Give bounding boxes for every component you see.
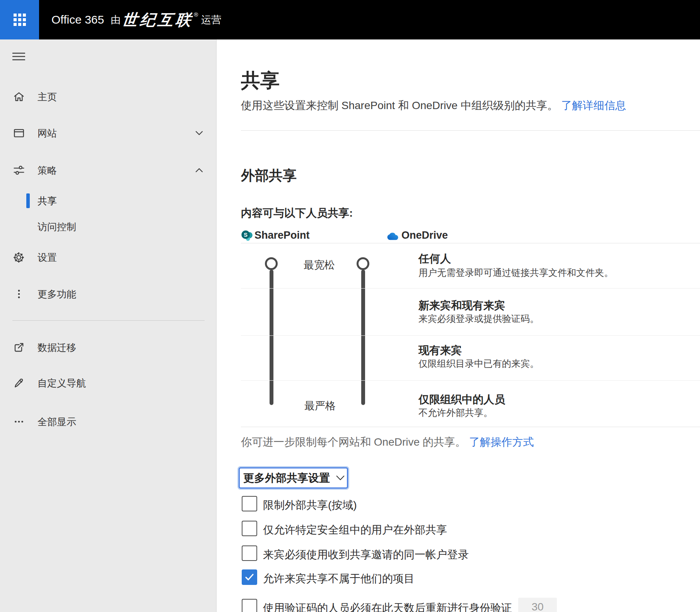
- svg-text:S: S: [244, 232, 248, 238]
- sidebar-divider: [12, 320, 205, 321]
- waffle-icon: [14, 14, 26, 26]
- per-site-note: 你可进一步限制每个网站和 OneDrive 的共享。 了解操作方式: [241, 435, 534, 450]
- page-title: 共享: [241, 70, 280, 92]
- sidebar-item-sharing[interactable]: 共享: [0, 191, 216, 211]
- onedrive-icon: [387, 232, 400, 242]
- content-shareable-label: 内容可与以下人员共享:: [241, 206, 353, 221]
- level-row-divider: [241, 288, 700, 289]
- sidebar-item-more-features[interactable]: 更多功能: [0, 284, 216, 304]
- more-external-sharing-settings-expander[interactable]: 更多外部共享设置: [239, 467, 348, 489]
- brand-connector: 由: [111, 13, 121, 27]
- gear-icon: [12, 251, 25, 264]
- chevron-down-icon: [195, 128, 204, 138]
- most-strict-label: 最严格: [304, 399, 336, 413]
- checkbox-label: 使用验证码的人员必须在此天数后重新进行身份验证: [263, 601, 512, 612]
- sidebar-item-customize-nav[interactable]: 自定义导航: [0, 373, 216, 393]
- sharepoint-slider-handle[interactable]: [265, 257, 278, 270]
- level-org-only-description: 不允许外部共享。: [418, 407, 493, 419]
- vertical-ellipsis-icon: [12, 288, 25, 301]
- suite-top-bar: Office 365 由 世纪互联 ® 运营: [0, 0, 700, 39]
- level-row-divider: [241, 380, 700, 381]
- migration-export-icon: [12, 341, 25, 354]
- checkbox-allow-guest-share[interactable]: [242, 569, 257, 585]
- brand-suffix: 运营: [201, 13, 221, 27]
- per-site-note-text: 你可进一步限制每个网站和 OneDrive 的共享。: [241, 436, 466, 448]
- page-description-text: 使用这些设置来控制 SharePoint 和 OneDrive 中组织级别的共享…: [241, 99, 558, 111]
- sidebar-item-label: 网站: [38, 127, 57, 140]
- level-anyone-label: 任何人: [418, 251, 451, 266]
- sharepoint-slider-track[interactable]: [270, 270, 273, 405]
- level-existing-guests-description: 仅限组织目录中已有的来宾。: [418, 357, 539, 370]
- checkbox-security-group-only[interactable]: [242, 521, 257, 536]
- checkbox-label: 仅允许特定安全组中的用户在外部共享: [263, 523, 447, 537]
- level-org-only-label: 仅限组织中的人员: [418, 392, 505, 407]
- external-sharing-heading: 外部共享: [241, 166, 297, 185]
- level-existing-guests-label: 现有来宾: [418, 343, 462, 358]
- left-nav: 主页 网站 策略 共享 访问控制: [0, 39, 217, 612]
- sidebar-item-label: 共享: [38, 195, 57, 207]
- sidebar-item-label: 设置: [38, 251, 57, 264]
- sidebar-item-sites[interactable]: 网站: [0, 123, 216, 143]
- slider-section-bottom-divider: [241, 427, 700, 427]
- policies-sliders-icon: [12, 164, 25, 177]
- sidebar-item-label: 全部显示: [38, 415, 76, 428]
- sidebar-item-migration[interactable]: 数据迁移: [0, 337, 216, 357]
- checkbox-label: 来宾必须使用收到共享邀请的同一帐户登录: [263, 547, 469, 562]
- level-new-existing-guests-label: 新来宾和现有来宾: [418, 298, 505, 313]
- main-content: 共享 使用这些设置来控制 SharePoint 和 OneDrive 中组织级别…: [217, 39, 700, 612]
- expander-label: 更多外部共享设置: [243, 471, 330, 485]
- chevron-up-icon: [195, 166, 204, 175]
- column-header-divider: [241, 243, 700, 243]
- sidebar-item-settings[interactable]: 设置: [0, 247, 216, 267]
- reauth-days-input[interactable]: 30: [518, 598, 557, 612]
- sidebar-item-label: 自定义导航: [38, 377, 86, 390]
- sidebar-item-label: 策略: [38, 164, 57, 177]
- brand-operator: 世纪互联: [121, 9, 195, 31]
- onedrive-slider-handle[interactable]: [357, 257, 369, 270]
- checkbox-guests-same-account[interactable]: [242, 545, 257, 561]
- checkbox-label: 限制外部共享(按域): [263, 498, 357, 513]
- brand-registered-mark: ®: [194, 11, 198, 18]
- level-anyone-description: 用户无需登录即可通过链接共享文件和文件夹。: [418, 267, 613, 279]
- home-icon: [12, 91, 25, 103]
- nav-collapse-button[interactable]: [0, 49, 216, 64]
- level-new-existing-guests-description: 来宾必须登录或提供验证码。: [418, 313, 539, 325]
- hamburger-icon: [12, 50, 25, 63]
- page-description: 使用这些设置来控制 SharePoint 和 OneDrive 中组织级别的共享…: [241, 97, 626, 114]
- brand-title: Office 365 由 世纪互联 ® 运营: [51, 0, 221, 39]
- checkbox-label: 允许来宾共享不属于他们的项目: [263, 571, 415, 586]
- onedrive-slider-track[interactable]: [361, 270, 365, 405]
- level-row-divider: [241, 335, 700, 336]
- checkbox-limit-by-domain[interactable]: [242, 496, 257, 511]
- horizontal-ellipsis-icon: [12, 415, 25, 428]
- sidebar-item-policies[interactable]: 策略: [0, 160, 216, 180]
- most-permissive-label: 最宽松: [304, 258, 335, 272]
- onedrive-column-header: OneDrive: [401, 229, 448, 241]
- sidebar-item-label: 访问控制: [38, 221, 76, 233]
- sidebar-item-label: 主页: [38, 91, 57, 103]
- section-divider: [241, 130, 700, 131]
- sidebar-item-access-control[interactable]: 访问控制: [0, 217, 216, 237]
- pencil-icon: [12, 377, 25, 390]
- learn-more-link[interactable]: 了解详细信息: [561, 99, 626, 111]
- sidebar-item-show-all[interactable]: 全部显示: [0, 412, 216, 432]
- sites-icon: [12, 127, 25, 140]
- app-launcher-button[interactable]: [0, 0, 39, 39]
- sharepoint-admin-sharing-page: Office 365 由 世纪互联 ® 运营 主页 网站: [0, 0, 700, 612]
- brand-office365: Office 365: [51, 13, 104, 26]
- chevron-down-icon: [336, 475, 345, 481]
- sidebar-item-home[interactable]: 主页: [0, 87, 216, 107]
- checkbox-verification-code-reauth[interactable]: [242, 599, 257, 612]
- sidebar-item-label: 数据迁移: [38, 341, 76, 354]
- sharepoint-icon: S: [241, 230, 253, 243]
- sharepoint-column-header: SharePoint: [254, 229, 310, 241]
- learn-how-link[interactable]: 了解操作方式: [469, 436, 534, 448]
- sidebar-item-label: 更多功能: [38, 288, 76, 301]
